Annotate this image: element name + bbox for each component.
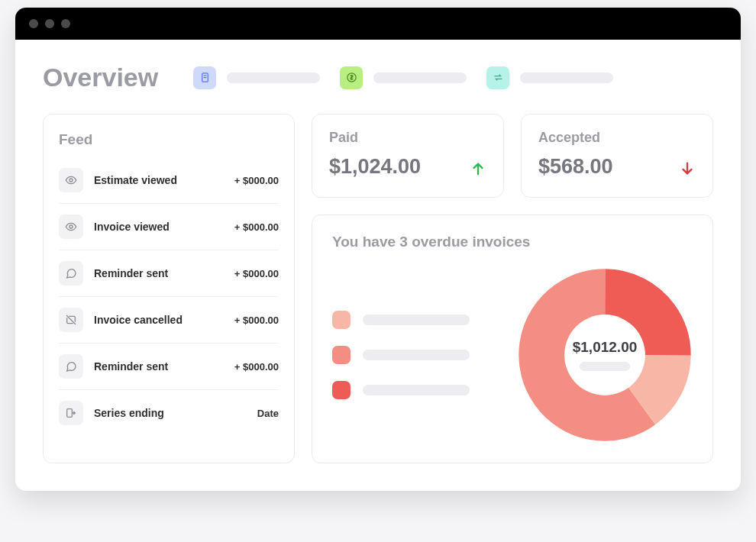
feed-item[interactable]: Reminder sent + $000.00 xyxy=(59,250,279,297)
header-row: Overview xyxy=(43,63,713,92)
stat-value: $1,024.00 xyxy=(329,155,486,179)
overdue-card: You have 3 overdue invoices xyxy=(312,215,713,463)
stat-card-paid[interactable]: Paid $1,024.00 xyxy=(312,114,504,198)
arrow-down-icon xyxy=(679,160,696,177)
legend-row[interactable] xyxy=(332,381,470,399)
stat-card-accepted[interactable]: Accepted $568.00 xyxy=(521,114,713,198)
header-chip-placeholder xyxy=(373,73,467,83)
svg-rect-4 xyxy=(67,409,73,418)
feed-item-label: Estimate viewed xyxy=(94,174,177,186)
donut-center-value: $1,012.00 xyxy=(573,339,638,356)
feed-item-amount: + $000.00 xyxy=(234,315,279,326)
chat-icon xyxy=(59,354,83,379)
stat-label: Accepted xyxy=(538,130,696,146)
feed-item-amount: + $000.00 xyxy=(234,175,279,186)
feed-item-amount: + $000.00 xyxy=(234,361,279,373)
eye-icon xyxy=(59,215,83,239)
page-title: Overview xyxy=(43,63,158,92)
overdue-legend xyxy=(332,311,470,399)
legend-placeholder xyxy=(363,385,470,395)
eye-icon xyxy=(59,168,83,192)
feed-item-amount: + $000.00 xyxy=(234,221,279,233)
feed-item[interactable]: Reminder sent + $000.00 xyxy=(59,344,279,390)
legend-placeholder xyxy=(363,315,470,325)
traffic-zoom[interactable] xyxy=(61,19,70,28)
feed-item[interactable]: Estimate viewed + $000.00 xyxy=(59,157,279,204)
slash-icon xyxy=(59,308,83,332)
header-chip-placeholder xyxy=(520,73,613,83)
exit-icon xyxy=(59,401,83,425)
traffic-minimize[interactable] xyxy=(45,19,54,28)
arrow-up-icon xyxy=(470,160,486,177)
legend-swatch xyxy=(332,346,351,364)
window-titlebar xyxy=(15,8,741,40)
feed-item-label: Invoice viewed xyxy=(94,221,170,233)
overdue-donut-chart: $1,012.00 xyxy=(517,267,693,443)
page-content: Overview Feed xyxy=(15,40,741,491)
feed-item[interactable]: Invoice cancelled + $000.00 xyxy=(59,297,279,344)
header-chip-transfers[interactable] xyxy=(486,66,613,89)
swap-icon xyxy=(486,66,509,89)
stat-value: $568.00 xyxy=(538,155,696,179)
feed-item-amount: + $000.00 xyxy=(234,268,279,279)
dollar-circle-icon xyxy=(340,66,363,89)
header-chip-invoices[interactable] xyxy=(193,66,320,89)
feed-item-label: Reminder sent xyxy=(94,267,168,279)
svg-point-3 xyxy=(69,225,73,228)
feed-title: Feed xyxy=(59,131,279,148)
document-icon xyxy=(193,66,216,89)
feed-item-label: Series ending xyxy=(94,407,164,419)
legend-swatch xyxy=(332,381,351,399)
feed-item-amount: Date xyxy=(257,408,279,419)
chat-icon xyxy=(59,261,83,286)
legend-row[interactable] xyxy=(332,311,470,329)
legend-placeholder xyxy=(363,350,470,360)
header-chip-placeholder xyxy=(227,73,320,83)
feed-item[interactable]: Invoice viewed + $000.00 xyxy=(59,204,279,250)
donut-center-placeholder xyxy=(580,362,630,371)
feed-card: Feed Estimate viewed + $000.00 Invoice v… xyxy=(43,114,295,463)
feed-item[interactable]: Series ending Date xyxy=(59,390,279,436)
traffic-close[interactable] xyxy=(29,19,38,28)
app-window: Overview Feed xyxy=(15,8,741,491)
feed-item-label: Reminder sent xyxy=(94,360,168,373)
stat-label: Paid xyxy=(329,130,486,146)
header-chip-payments[interactable] xyxy=(340,66,467,89)
overdue-title: You have 3 overdue invoices xyxy=(332,234,693,250)
svg-point-2 xyxy=(69,179,73,182)
legend-swatch xyxy=(332,311,351,329)
legend-row[interactable] xyxy=(332,346,470,364)
feed-item-label: Invoice cancelled xyxy=(94,314,183,326)
